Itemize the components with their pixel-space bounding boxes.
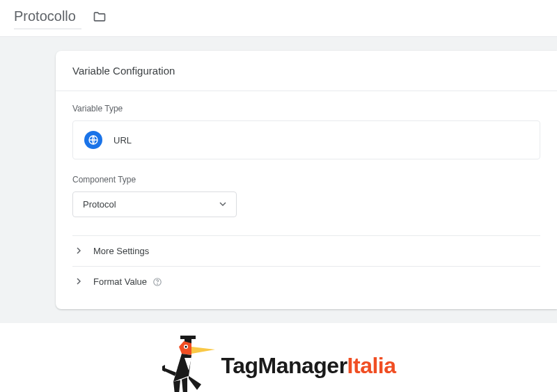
footer-logo: TagManagerItalia [0, 323, 557, 392]
component-type-value: Protocol [83, 199, 116, 210]
variable-type-label: Variable Type [72, 104, 540, 113]
caret-down-icon [219, 199, 226, 210]
globe-icon [84, 131, 102, 149]
chevron-right-icon [75, 246, 82, 256]
folder-icon[interactable] [93, 10, 107, 26]
more-settings-label: More Settings [93, 246, 149, 256]
component-type-select[interactable]: Protocol [72, 191, 237, 217]
card-body: Variable Type URL Component Type Protoco… [56, 91, 557, 309]
svg-point-2 [157, 283, 158, 284]
page-title[interactable]: Protocollo [14, 7, 81, 29]
variable-config-card: Variable Configuration Variable Type URL… [56, 51, 557, 309]
content-area: Variable Configuration Variable Type URL… [0, 37, 557, 323]
variable-type-selector[interactable]: URL [72, 120, 540, 159]
help-icon[interactable] [152, 277, 162, 287]
variable-type-name: URL [113, 135, 132, 146]
logo-part2: Italia [347, 353, 396, 378]
logo-text: TagManagerItalia [221, 353, 395, 379]
format-value-toggle[interactable]: Format Value [72, 266, 540, 297]
woodpecker-icon [161, 334, 217, 392]
page-header: Protocollo [0, 0, 557, 37]
more-settings-toggle[interactable]: More Settings [72, 235, 540, 266]
card-heading: Variable Configuration [56, 51, 557, 91]
logo-part1: TagManager [221, 353, 347, 378]
svg-point-6 [185, 346, 187, 348]
format-value-label: Format Value [93, 276, 147, 287]
svg-rect-3 [180, 336, 196, 339]
component-type-label: Component Type [72, 175, 540, 185]
chevron-right-icon [75, 276, 82, 287]
